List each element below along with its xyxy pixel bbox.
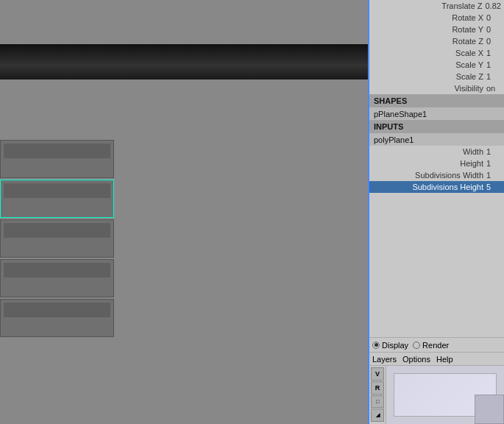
inputs-label-1: Height [460,159,483,168]
render-label: Render [422,341,449,350]
panel-item-2[interactable] [0,180,114,218]
inputs-row-3[interactable]: Subdivisions Height 5 [369,181,504,193]
inputs-label-0: Width [463,147,483,156]
mini-grid [475,395,504,424]
panel-item-3[interactable] [0,219,114,258]
main-viewport[interactable] [0,0,369,424]
r-button[interactable]: R [371,381,384,395]
right-panel: Translate Z 0.82 Rotate X 0 Rotate Y 0 R… [369,0,504,424]
panel-item-4[interactable] [0,259,114,297]
inputs-value-2: 1 [486,171,501,180]
extra-button[interactable]: □ [371,395,384,409]
transform-value: on [486,84,501,93]
transform-label: Rotate X [452,13,483,22]
menu-item-help[interactable]: Help [436,355,453,364]
transform-label: Rotate Z [452,37,483,46]
transform-value: 0 [486,25,501,34]
transform-row: Scale X 1 [369,47,504,59]
transform-value: 1 [486,72,501,81]
shapes-header: SHAPES [369,94,504,107]
inputs-row-2[interactable]: Subdivisions Width 1 [369,169,504,181]
attribute-editor-empty [369,193,504,337]
menu-item-layers[interactable]: Layers [372,355,397,364]
render-radio-group[interactable]: Render [413,341,449,350]
panel-item-5[interactable] [0,299,114,337]
transform-label: Translate Z [441,1,482,10]
r-label: R [375,384,380,392]
transform-label: Scale X [455,49,483,57]
transform-value: 0.82 [486,1,501,10]
mini-strip: V R □ ◢ [369,365,504,424]
render-radio[interactable] [413,342,420,349]
menu-item-options[interactable]: Options [402,355,430,364]
inputs-row-1[interactable]: Height 1 [369,158,504,169]
transform-section: Translate Z 0.82 Rotate X 0 Rotate Y 0 R… [369,0,504,94]
display-render-bar: Display Render [369,337,504,352]
transform-row: Scale Y 1 [369,59,504,71]
shape-name: pPlaneShape1 [374,110,427,119]
inputs-rows: Width 1 Height 1 Subdivisions Width 1 Su… [369,146,504,193]
transform-row: Rotate Y 0 [369,24,504,35]
panel-inner-3 [4,223,110,238]
display-radio-group[interactable]: Display [372,341,408,350]
transform-label: Rotate Y [452,25,483,34]
transform-row: Translate Z 0.82 [369,0,504,12]
panels-area [0,140,118,339]
poly-name: polyPlane1 [374,135,414,144]
panel-inner-5 [4,303,110,317]
transform-value: 1 [486,60,501,69]
transform-value: 0 [486,13,501,22]
inputs-label: INPUTS [374,122,403,131]
transform-label: Scale Z [456,72,483,81]
panel-item-1[interactable] [0,140,114,178]
inputs-header: INPUTS [369,120,504,133]
transform-row: Scale Z 1 [369,71,504,82]
panel-inner-2 [4,183,110,198]
transform-label: Scale Y [455,60,483,69]
inputs-value-0: 1 [486,147,501,156]
cylinder-object [0,44,369,80]
mini-buttons: V R □ ◢ [369,366,386,424]
inputs-value-1: 1 [486,159,501,168]
display-label: Display [382,341,408,350]
poly-name-row[interactable]: polyPlane1 [369,133,504,146]
shapes-label: SHAPES [374,96,407,105]
inputs-label-3: Subdivisions Height [412,183,483,191]
inputs-label-2: Subdivisions Width [415,171,483,180]
v-label: V [375,370,380,378]
extra-button2[interactable]: ◢ [371,409,384,422]
inputs-value-3: 5 [486,183,501,191]
transform-row: Rotate X 0 [369,12,504,24]
shape-name-row[interactable]: pPlaneShape1 [369,107,504,120]
inputs-row-0[interactable]: Width 1 [369,146,504,158]
panel-inner-4 [4,263,110,278]
transform-row: Visibility on [369,82,504,94]
transform-value: 0 [486,37,501,46]
mini-viewport[interactable] [386,366,504,424]
transform-label: Visibility [454,84,483,93]
transform-value: 1 [486,49,501,57]
display-radio[interactable] [372,342,380,349]
transform-row: Rotate Z 0 [369,35,504,47]
panel-inner-1 [4,144,110,158]
menu-bar: LayersOptionsHelp [369,352,504,365]
v-button[interactable]: V [371,367,384,381]
